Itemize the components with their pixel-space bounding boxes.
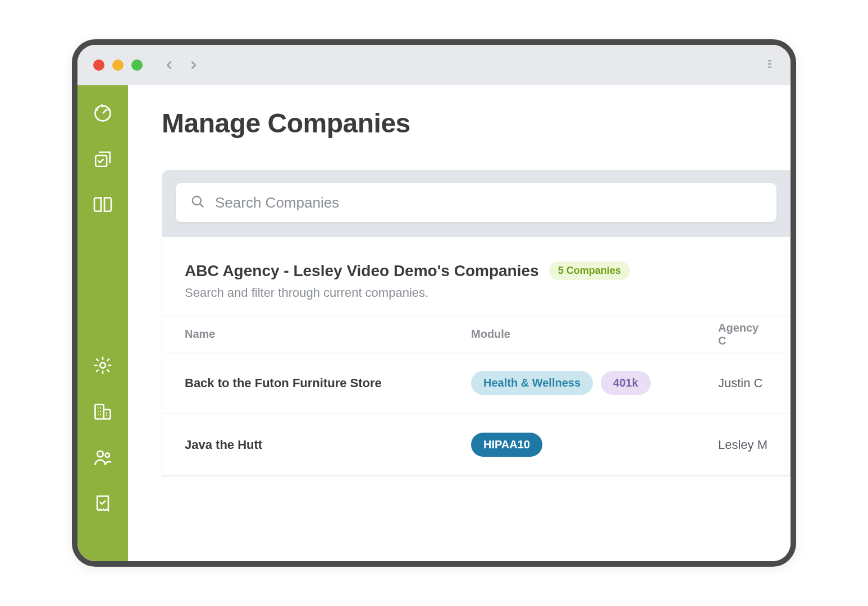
sidebar xyxy=(77,85,128,561)
nav-arrows xyxy=(159,56,203,75)
building-icon xyxy=(93,401,113,421)
gauge-icon xyxy=(93,103,113,123)
svg-rect-6 xyxy=(95,405,104,419)
app-window: Manage Companies ABC Agency - Lesley Vid… xyxy=(72,39,796,567)
nav-back-button[interactable] xyxy=(159,56,179,75)
gear-icon xyxy=(93,355,113,375)
table-row-divider xyxy=(162,475,790,476)
traffic-lights xyxy=(93,59,143,71)
maximize-window-button[interactable] xyxy=(131,59,143,71)
receipt-icon xyxy=(93,494,112,513)
section-header: ABC Agency - Lesley Video Demo's Compani… xyxy=(162,237,790,316)
svg-point-9 xyxy=(106,453,110,458)
main-content: Manage Companies ABC Agency - Lesley Vid… xyxy=(128,85,791,561)
module-tag: Health & Wellness xyxy=(471,371,593,395)
svg-point-5 xyxy=(100,362,106,368)
company-module-cell: HIPAA10 xyxy=(471,433,718,457)
svg-rect-7 xyxy=(104,410,111,419)
sidebar-item-companies[interactable] xyxy=(90,399,115,424)
search-box[interactable] xyxy=(176,183,776,222)
table-row[interactable]: Java the Hutt HIPAA10 Lesley M xyxy=(162,414,790,475)
sidebar-item-dashboard[interactable] xyxy=(90,101,115,126)
chevron-left-icon xyxy=(163,59,175,71)
menu-dots-icon xyxy=(765,58,775,70)
agency-contact-cell: Lesley M xyxy=(718,438,768,452)
sidebar-item-receipts[interactable] xyxy=(90,491,115,516)
svg-rect-2 xyxy=(768,67,771,68)
company-count-badge: 5 Companies xyxy=(549,261,630,280)
company-name-cell: Back to the Futon Furniture Store xyxy=(185,376,471,391)
table-header-row: Name Module Agency C xyxy=(162,316,790,352)
module-tag: 401k xyxy=(601,371,651,395)
col-header-agency-contact[interactable]: Agency C xyxy=(718,322,768,347)
window-menu-button[interactable] xyxy=(765,58,775,72)
nav-forward-button[interactable] xyxy=(184,56,203,75)
people-icon xyxy=(93,447,113,467)
check-stack-icon xyxy=(93,150,112,169)
search-input[interactable] xyxy=(215,194,762,212)
companies-panel: ABC Agency - Lesley Video Demo's Compani… xyxy=(162,170,791,476)
table-row[interactable]: Back to the Futon Furniture Store Health… xyxy=(162,352,790,414)
section-title: ABC Agency - Lesley Video Demo's Compani… xyxy=(185,262,539,280)
svg-line-11 xyxy=(200,204,203,206)
col-header-name[interactable]: Name xyxy=(185,328,471,341)
book-open-icon xyxy=(93,195,113,215)
chevron-right-icon xyxy=(188,59,200,71)
sidebar-item-settings[interactable] xyxy=(90,353,115,378)
agency-contact-cell: Justin C xyxy=(718,376,768,391)
module-tag: HIPAA10 xyxy=(471,433,542,457)
close-window-button[interactable] xyxy=(93,59,104,71)
svg-point-8 xyxy=(97,451,103,457)
window-titlebar xyxy=(77,45,791,85)
minimize-window-button[interactable] xyxy=(112,59,124,71)
page-title: Manage Companies xyxy=(162,108,791,139)
company-module-cell: Health & Wellness 401k xyxy=(471,371,718,395)
search-icon xyxy=(190,194,205,211)
section-subtitle: Search and filter through current compan… xyxy=(185,286,768,300)
sidebar-item-library[interactable] xyxy=(90,193,115,218)
company-name-cell: Java the Hutt xyxy=(185,438,471,452)
sidebar-item-people[interactable] xyxy=(90,445,115,470)
col-header-module[interactable]: Module xyxy=(471,328,718,341)
svg-rect-1 xyxy=(768,63,771,65)
sidebar-item-checklist[interactable] xyxy=(90,147,115,172)
search-bar-wrap xyxy=(162,171,790,237)
svg-rect-0 xyxy=(768,60,771,61)
companies-table: Name Module Agency C Back to the Futon F… xyxy=(162,316,790,476)
